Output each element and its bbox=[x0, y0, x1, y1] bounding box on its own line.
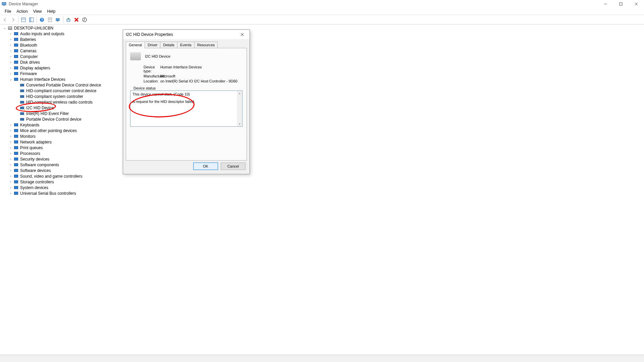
expander-icon[interactable]: › bbox=[8, 55, 13, 58]
tree-group[interactable]: ›Print queues bbox=[2, 145, 642, 150]
group-label: Bluetooth bbox=[20, 43, 37, 48]
tab-details[interactable]: Details bbox=[160, 42, 177, 48]
forward-button[interactable] bbox=[9, 16, 17, 23]
tab-panel-general: I2C HID Device Device type: Human Interf… bbox=[126, 48, 247, 161]
expander-icon[interactable]: › bbox=[8, 123, 13, 127]
status-scrollbar[interactable]: ▴ ▾ bbox=[237, 91, 242, 126]
properties-button-2[interactable] bbox=[28, 16, 35, 23]
tree-group[interactable]: ›Computer bbox=[2, 54, 642, 59]
expander-icon[interactable]: ⌄ bbox=[2, 26, 7, 30]
tree-device[interactable]: HID-compliant system controller bbox=[2, 94, 642, 99]
device-status-textbox[interactable]: This device cannot start. (Code 10) A re… bbox=[130, 90, 243, 127]
menu-file[interactable]: File bbox=[2, 8, 14, 14]
toolbar-sep bbox=[18, 16, 18, 23]
group-label: Storage controllers bbox=[20, 180, 54, 184]
svg-rect-6 bbox=[21, 18, 25, 22]
expander-icon[interactable]: › bbox=[8, 146, 13, 149]
minimize-button[interactable] bbox=[598, 0, 613, 8]
maximize-button[interactable] bbox=[613, 0, 629, 8]
dialog-close-button[interactable] bbox=[237, 31, 247, 38]
expander-icon[interactable]: › bbox=[8, 66, 13, 70]
scroll-down-icon[interactable]: ▾ bbox=[239, 122, 240, 126]
tab-resources[interactable]: Resources bbox=[194, 42, 218, 48]
tree-group[interactable]: ›Processors bbox=[2, 150, 642, 156]
group-label: Cameras bbox=[20, 49, 37, 53]
expander-icon[interactable]: › bbox=[8, 140, 13, 144]
expander-icon[interactable]: › bbox=[8, 134, 13, 138]
expander-icon[interactable]: › bbox=[8, 191, 13, 195]
tree-group[interactable]: ›Bluetooth bbox=[2, 42, 642, 48]
tree-group[interactable]: ›Batteries bbox=[2, 37, 642, 42]
tree-group[interactable]: ›Universal Serial Bus controllers bbox=[2, 190, 642, 196]
menu-action[interactable]: Action bbox=[14, 8, 30, 14]
svg-text:?: ? bbox=[41, 18, 43, 22]
device-icon bbox=[19, 117, 25, 122]
tree-device[interactable]: Intel(R) HID Event Filter bbox=[2, 111, 642, 116]
tree-group[interactable]: ›Disk drives bbox=[2, 59, 642, 65]
expander-icon[interactable]: › bbox=[8, 43, 13, 47]
expander-icon[interactable]: › bbox=[8, 157, 13, 161]
expander-icon[interactable]: › bbox=[8, 163, 13, 167]
tree-group[interactable]: ›Monitors bbox=[2, 133, 642, 139]
expander-icon[interactable]: ⌄ bbox=[8, 77, 13, 81]
tab-general[interactable]: General bbox=[126, 42, 145, 48]
category-icon bbox=[13, 65, 19, 71]
update-driver-button[interactable] bbox=[65, 16, 72, 23]
tree-group[interactable]: ›Software components bbox=[2, 162, 642, 168]
expander-icon[interactable]: › bbox=[8, 60, 13, 64]
expander-icon[interactable]: › bbox=[8, 129, 13, 132]
tree-group[interactable]: ›Firmware bbox=[2, 71, 642, 76]
tree-group[interactable]: ›Cameras bbox=[2, 48, 642, 54]
tree-group[interactable]: ›Display adapters bbox=[2, 65, 642, 71]
expander-icon[interactable]: › bbox=[8, 72, 13, 75]
cancel-button[interactable]: Cancel bbox=[221, 163, 246, 170]
tree-root[interactable]: ⌄ DESKTOP-UHL0CBN bbox=[2, 25, 642, 31]
category-icon bbox=[13, 77, 19, 82]
category-icon bbox=[13, 60, 19, 65]
close-button[interactable] bbox=[629, 0, 644, 8]
uninstall-button[interactable] bbox=[73, 16, 80, 23]
help-button[interactable]: ? bbox=[38, 16, 46, 23]
expander-icon[interactable]: › bbox=[8, 186, 13, 189]
tree-device[interactable]: HID-compliant consumer control device bbox=[2, 88, 642, 94]
tree-group[interactable]: ⌄Human Interface Devices bbox=[2, 76, 642, 82]
dialog-tabs: GeneralDriverDetailsEventsResources bbox=[123, 39, 250, 48]
expander-icon[interactable]: › bbox=[8, 174, 13, 178]
tree-group[interactable]: ›Network adapters bbox=[2, 139, 642, 145]
tab-events[interactable]: Events bbox=[177, 42, 195, 48]
scroll-up-icon[interactable]: ▴ bbox=[239, 92, 240, 95]
expander-icon[interactable]: › bbox=[8, 49, 13, 53]
tree-group[interactable]: ›Mice and other pointing devices bbox=[2, 128, 642, 133]
group-label: Security devices bbox=[20, 157, 49, 162]
tree-group[interactable]: ›Storage controllers bbox=[2, 179, 642, 185]
tree-group[interactable]: ›Audio inputs and outputs bbox=[2, 31, 642, 37]
device-type-value: Human Interface Devices bbox=[160, 65, 243, 73]
tree-device[interactable]: Portable Device Control device bbox=[2, 116, 642, 122]
show-hide-console-button[interactable] bbox=[20, 16, 27, 23]
expander-icon[interactable]: › bbox=[8, 32, 13, 36]
scan-hardware-button[interactable] bbox=[54, 16, 62, 23]
tree-group[interactable]: ›System devices bbox=[2, 185, 642, 190]
expander-icon[interactable]: › bbox=[8, 180, 13, 184]
device-tree[interactable]: ⌄ DESKTOP-UHL0CBN ›Audio inputs and outp… bbox=[0, 24, 644, 355]
tree-group[interactable]: ›Sound, video and game controllers bbox=[2, 173, 642, 179]
expander-icon[interactable]: › bbox=[8, 169, 13, 172]
tree-device[interactable]: I2C HID Device bbox=[2, 105, 642, 111]
computer-icon bbox=[7, 25, 13, 31]
expander-icon[interactable]: › bbox=[8, 152, 13, 155]
expander-icon[interactable]: › bbox=[8, 38, 13, 41]
disable-button[interactable] bbox=[81, 16, 88, 23]
properties-button[interactable] bbox=[46, 16, 54, 23]
tree-device[interactable]: HID-compliant wireless radio controls bbox=[2, 99, 642, 105]
group-label: Sound, video and game controllers bbox=[20, 174, 82, 179]
tree-group[interactable]: ›Software devices bbox=[2, 168, 642, 173]
ok-button[interactable]: OK bbox=[193, 163, 218, 170]
group-label: Network adapters bbox=[20, 140, 52, 144]
tree-group[interactable]: ›Keyboards bbox=[2, 122, 642, 128]
tree-group[interactable]: ›Security devices bbox=[2, 156, 642, 162]
tree-device[interactable]: Converted Portable Device Control device bbox=[2, 82, 642, 88]
menu-help[interactable]: Help bbox=[45, 8, 58, 14]
tab-driver[interactable]: Driver bbox=[145, 42, 160, 48]
back-button[interactable] bbox=[1, 16, 9, 23]
menu-view[interactable]: View bbox=[31, 8, 45, 14]
